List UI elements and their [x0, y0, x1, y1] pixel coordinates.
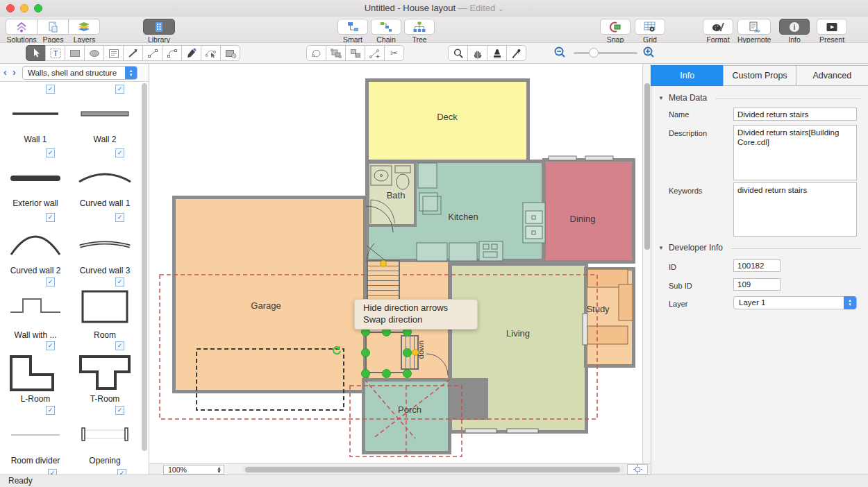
direction-handle[interactable]	[412, 349, 419, 356]
stencil-checkbox[interactable]: ✓	[48, 469, 57, 475]
solutions-button[interactable]: Solutions	[6, 19, 37, 44]
stencil-opening[interactable]: ✓ Opening	[70, 406, 140, 470]
pen-tool[interactable]	[181, 45, 201, 61]
horizontal-scrollbar[interactable]	[242, 466, 625, 473]
menu-item-swap-direction[interactable]: Swap direction	[355, 314, 477, 325]
title-chevron-icon[interactable]: ⌄	[498, 5, 503, 12]
stencil-t-room[interactable]: ✓ T-Room	[70, 341, 140, 405]
present-button[interactable]: Present	[817, 19, 847, 44]
ungroup-tool[interactable]	[345, 45, 365, 61]
direction-handle[interactable]	[380, 260, 387, 267]
pan-tool[interactable]	[467, 45, 487, 61]
layers-button[interactable]: Layers	[69, 19, 100, 44]
stencil-curved-wall-2[interactable]: ✓ Curved wall 2	[1, 213, 70, 277]
layer-select[interactable]: Layer 1 ▲▼	[733, 296, 857, 309]
sidebar-scrollbar[interactable]	[142, 83, 147, 451]
library-select[interactable]: Walls, shell and structure ▲▼	[22, 66, 137, 80]
stencil-checkbox[interactable]: ✓	[115, 406, 124, 415]
group-tool[interactable]	[326, 45, 346, 61]
text-tool[interactable]: T	[45, 45, 65, 61]
selection-handle[interactable]	[361, 348, 370, 357]
format-button[interactable]: Format	[703, 19, 733, 44]
connector-tool[interactable]	[123, 45, 143, 61]
rotate-handle[interactable]	[332, 345, 342, 355]
subid-field-input[interactable]	[733, 278, 781, 291]
zoom-in-button[interactable]	[642, 46, 657, 62]
ellipse-tool[interactable]	[84, 45, 104, 61]
stencil-checkbox[interactable]: ✓	[115, 213, 124, 222]
zoom-slider-knob[interactable]	[589, 48, 599, 58]
stencil-checkbox[interactable]: ✓	[115, 341, 124, 350]
add-segment-tool[interactable]	[365, 45, 385, 61]
garage-guide-rect[interactable]	[197, 349, 344, 410]
stencil-room[interactable]: ✓ Room	[70, 277, 140, 341]
lasso-tool[interactable]	[306, 45, 326, 61]
stencil-checkbox[interactable]: ✓	[46, 213, 55, 222]
split-tool[interactable]: ✂	[384, 45, 404, 61]
horizontal-scrollbar-thumb[interactable]	[245, 467, 620, 472]
description-field-input[interactable]: Divided return stairs[Building Core.cdl]	[733, 125, 857, 180]
stencil-wall-1[interactable]: ✓ Wall 1	[1, 85, 70, 148]
stencil-checkbox[interactable]: ✓	[46, 406, 55, 415]
stencil-curved-wall-1[interactable]: ✓ Curved wall 1	[70, 148, 140, 212]
stencil-wall-2[interactable]: ✓ Wall 2	[70, 85, 140, 148]
tree-button[interactable]: Tree	[404, 19, 435, 44]
rectangle-tool[interactable]	[65, 45, 85, 61]
name-field-input[interactable]	[733, 108, 857, 121]
stencil-exterior-wall[interactable]: ✓ Exterior wall	[1, 148, 70, 212]
stamp-tool[interactable]	[487, 45, 507, 61]
stencil-l-room[interactable]: ✓ L-Room	[1, 341, 70, 405]
stencil-checkbox[interactable]: ✓	[115, 85, 124, 94]
crop-shape-tool[interactable]	[220, 45, 240, 61]
tab-custom-props[interactable]: Custom Props	[723, 65, 796, 86]
selection-handle[interactable]	[403, 369, 412, 378]
stencil-checkbox[interactable]: ✓	[46, 277, 55, 287]
disclosure-triangle-icon[interactable]: ▼	[658, 245, 664, 251]
node-edit-tool[interactable]	[201, 45, 221, 61]
snap-button[interactable]: Snap	[600, 19, 631, 44]
pages-button[interactable]: Pages	[37, 19, 69, 44]
stencil-checkbox[interactable]: ✓	[115, 148, 124, 157]
library-back-button[interactable]: ‹	[3, 67, 7, 78]
menu-item-hide-arrows[interactable]: Hide direction arrows	[355, 302, 477, 314]
tab-advanced[interactable]: Advanced	[796, 65, 868, 86]
vertical-scrollbar-thumb[interactable]	[644, 83, 650, 250]
zoom-stepper-icon[interactable]: ▲▼	[217, 466, 222, 473]
arc-tool[interactable]	[162, 45, 182, 61]
stencil-checkbox[interactable]: ✓	[117, 469, 126, 475]
stencil-checkbox[interactable]: ✓	[46, 85, 55, 94]
zoom-tool[interactable]	[448, 45, 468, 61]
developer-info-section-header[interactable]: ▼ Developer Info	[658, 243, 723, 253]
hypernote-button[interactable]: Hypernote	[737, 19, 771, 44]
edited-status[interactable]: — Edited	[458, 3, 495, 13]
smart-button[interactable]: Smart	[337, 19, 368, 44]
drawing-canvas[interactable]: Deck Bath Kitchen Dining Garage Study Li…	[149, 64, 642, 463]
tab-info[interactable]: Info	[651, 65, 724, 86]
selection-handle[interactable]	[361, 369, 370, 378]
text-block-tool[interactable]	[103, 45, 124, 61]
stencil-checkbox[interactable]: ✓	[115, 277, 124, 287]
stencil-checkbox[interactable]: ✓	[46, 341, 55, 350]
disclosure-triangle-icon[interactable]: ▼	[658, 95, 664, 101]
selection-handle[interactable]	[403, 348, 412, 357]
stencil-wall-with-door[interactable]: ✓ Wall with ...	[1, 277, 70, 341]
info-button[interactable]: i Info	[779, 19, 810, 44]
canvas-zoom-select[interactable]: 100% ▲▼	[163, 465, 224, 475]
selection-handle[interactable]	[382, 369, 391, 378]
chain-button[interactable]: Chain	[371, 19, 401, 44]
keywords-field-input[interactable]: divided return stairs	[733, 182, 857, 237]
meta-data-section-header[interactable]: ▼ Meta Data	[658, 93, 707, 103]
grid-button[interactable]: Grid	[635, 19, 665, 44]
vertical-scrollbar[interactable]	[642, 64, 651, 463]
library-button[interactable]: Library	[143, 19, 175, 44]
zoom-out-button[interactable]	[553, 46, 568, 62]
line-tool[interactable]	[142, 45, 162, 61]
eyedropper-tool[interactable]	[506, 45, 526, 61]
id-field-input[interactable]	[733, 259, 781, 272]
layer-select-stepper-icon[interactable]: ▲▼	[844, 296, 856, 309]
stencil-room-divider[interactable]: ✓ Room divider	[1, 406, 70, 470]
zoom-slider[interactable]	[574, 52, 637, 54]
stencil-curved-wall-3[interactable]: ✓ Curved wall 3	[70, 213, 140, 277]
library-forward-button[interactable]: ›	[12, 67, 16, 78]
pointer-tool[interactable]	[26, 45, 46, 61]
